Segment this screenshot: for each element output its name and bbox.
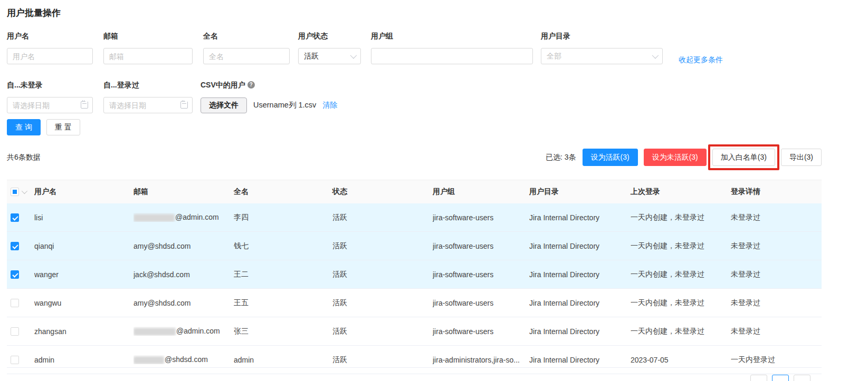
- search-button[interactable]: 查 询: [7, 119, 41, 135]
- directory-filter-select[interactable]: 全部: [541, 48, 663, 64]
- cell-fullname: 王二: [234, 270, 332, 279]
- status-filter-label: 用户状态: [298, 32, 361, 40]
- csv-filename: Username列 1.csv: [253, 100, 316, 110]
- cell-fullname: 王五: [234, 298, 332, 308]
- filter-row-2: 自...未登录 自...登录过 CSV中的用户 ? 选择文件 Username列…: [7, 81, 868, 113]
- bulk-actions: 已选: 3条 设为活跃(3) 设为未活跃(3) 加入白名单(3) 导出(3): [546, 149, 822, 166]
- status-filter-select[interactable]: 活跃: [298, 48, 361, 64]
- fullname-filter-input[interactable]: [203, 48, 290, 64]
- cell-directory: Jira Internal Directory: [529, 213, 631, 222]
- cell-email: @shdsd.com: [133, 355, 234, 364]
- logged-since-filter: 自...登录过: [103, 81, 193, 113]
- set-active-button[interactable]: 设为活跃(3): [583, 149, 638, 166]
- col-header-directory: 用户目录: [529, 187, 631, 197]
- col-header-last-login: 上次登录: [631, 187, 731, 197]
- table-row[interactable]: zhangsan @admin.com 张三 活跃 jira-software-…: [7, 317, 822, 346]
- chevron-down-icon: [350, 52, 357, 59]
- cell-group: jira-administrators,jira-so...: [433, 356, 529, 364]
- cell-fullname: 李四: [234, 213, 332, 222]
- fullname-filter-label: 全名: [203, 32, 290, 40]
- cell-login-detail: 未登录过: [731, 270, 822, 279]
- cell-status: 活跃: [332, 327, 433, 336]
- calendar-icon: [81, 101, 88, 109]
- table-row[interactable]: wanger jack@shdsd.com 王二 活跃 jira-softwar…: [7, 260, 822, 289]
- col-header-login-detail: 登录详情: [731, 187, 822, 197]
- cell-group: jira-software-users: [433, 242, 529, 250]
- page-1-button[interactable]: 1: [772, 375, 789, 381]
- csv-users-label: CSV中的用户: [201, 81, 245, 89]
- table-row[interactable]: lisi @admin.com 李四 活跃 jira-software-user…: [7, 203, 822, 232]
- cell-directory: Jira Internal Directory: [529, 299, 631, 307]
- not-logged-since-filter: 自...未登录: [7, 81, 93, 113]
- row-checkbox[interactable]: [11, 270, 19, 279]
- help-icon[interactable]: ?: [247, 81, 255, 89]
- cell-last-login: 2023-07-05: [631, 356, 731, 364]
- not-logged-since-label: 自...未登录: [7, 81, 93, 89]
- cell-status: 活跃: [332, 355, 433, 365]
- status-filter-value: 活跃: [304, 52, 319, 61]
- prev-page-button[interactable]: <: [750, 375, 767, 381]
- cell-username: admin: [34, 356, 133, 364]
- cell-group: jira-software-users: [433, 213, 529, 222]
- cell-status: 活跃: [332, 298, 433, 308]
- add-whitelist-button[interactable]: 加入白名单(3): [712, 149, 775, 166]
- cell-last-login: 一天内创建，未登录过: [631, 270, 731, 279]
- cell-fullname: admin: [234, 356, 332, 364]
- next-page-button[interactable]: >: [794, 375, 810, 381]
- cell-fullname: 张三: [234, 327, 332, 336]
- group-filter: 用户组: [371, 32, 533, 64]
- email-filter: 邮箱: [103, 32, 193, 64]
- logged-since-date-input[interactable]: [103, 97, 193, 113]
- users-table: 用户名 邮箱 全名 状态 用户组 用户目录 上次登录 登录详情 lisi @ad…: [7, 180, 822, 374]
- table-body: lisi @admin.com 李四 活跃 jira-software-user…: [7, 203, 822, 374]
- directory-filter-label: 用户目录: [541, 32, 663, 40]
- clear-file-link[interactable]: 清除: [322, 101, 337, 110]
- cell-login-detail: 一天内登录过: [731, 355, 822, 365]
- cell-username: zhangsan: [34, 327, 133, 336]
- export-button[interactable]: 导出(3): [781, 149, 822, 166]
- username-filter-label: 用户名: [7, 32, 93, 40]
- select-menu-chevron-icon[interactable]: [22, 188, 27, 194]
- collapse-conditions-link[interactable]: 收起更多条件: [679, 52, 723, 68]
- set-inactive-button[interactable]: 设为未活跃(3): [644, 149, 707, 166]
- cell-email: amy@shdsd.com: [133, 299, 234, 307]
- cell-last-login: 一天内创建，未登录过: [631, 241, 731, 251]
- status-filter: 用户状态 活跃: [298, 32, 361, 64]
- row-checkbox[interactable]: [11, 213, 19, 222]
- group-filter-input[interactable]: [371, 48, 533, 64]
- table-row[interactable]: qianqi amy@shdsd.com 钱七 活跃 jira-software…: [7, 232, 822, 260]
- group-filter-label: 用户组: [371, 32, 533, 40]
- selected-count-text: 已选: 3条: [546, 153, 576, 162]
- table-row[interactable]: wangwu amy@shdsd.com 王五 活跃 jira-software…: [7, 289, 822, 317]
- cell-username: lisi: [34, 213, 133, 222]
- select-all-checkbox[interactable]: [11, 188, 19, 196]
- cell-group: jira-software-users: [433, 270, 529, 279]
- username-filter-input[interactable]: [7, 48, 93, 64]
- chevron-down-icon: [652, 52, 659, 59]
- cell-login-detail: 未登录过: [731, 241, 822, 251]
- filter-row-1: 用户名 邮箱 全名 用户状态 活跃 用户组 用户目录 全部: [7, 32, 868, 68]
- cell-last-login: 一天内创建，未登录过: [631, 327, 731, 336]
- page-title: 用户批量操作: [7, 7, 868, 19]
- row-checkbox[interactable]: [11, 356, 19, 364]
- table-row[interactable]: admin @shdsd.com admin 活跃 jira-administr…: [7, 346, 822, 374]
- pagination: < 1 >: [750, 375, 810, 381]
- cell-group: jira-software-users: [433, 299, 529, 307]
- row-checkbox[interactable]: [11, 242, 19, 250]
- fullname-filter: 全名: [203, 32, 290, 64]
- cell-email: amy@shdsd.com: [133, 242, 234, 250]
- email-filter-input[interactable]: [103, 48, 193, 64]
- not-logged-since-date-input[interactable]: [7, 97, 93, 113]
- total-count-text: 共6条数据: [7, 153, 41, 162]
- username-filter: 用户名: [7, 32, 93, 64]
- bottom-divider: [7, 367, 822, 368]
- choose-file-button[interactable]: 选择文件: [201, 97, 247, 113]
- reset-button[interactable]: 重 置: [46, 119, 80, 135]
- row-checkbox[interactable]: [11, 327, 19, 336]
- filter-actions: 查 询 重 置: [7, 119, 868, 135]
- cell-directory: Jira Internal Directory: [529, 242, 631, 250]
- col-header-email: 邮箱: [133, 187, 234, 197]
- cell-directory: Jira Internal Directory: [529, 356, 631, 364]
- row-checkbox[interactable]: [11, 299, 19, 307]
- cell-last-login: 一天内创建，未登录过: [631, 298, 731, 308]
